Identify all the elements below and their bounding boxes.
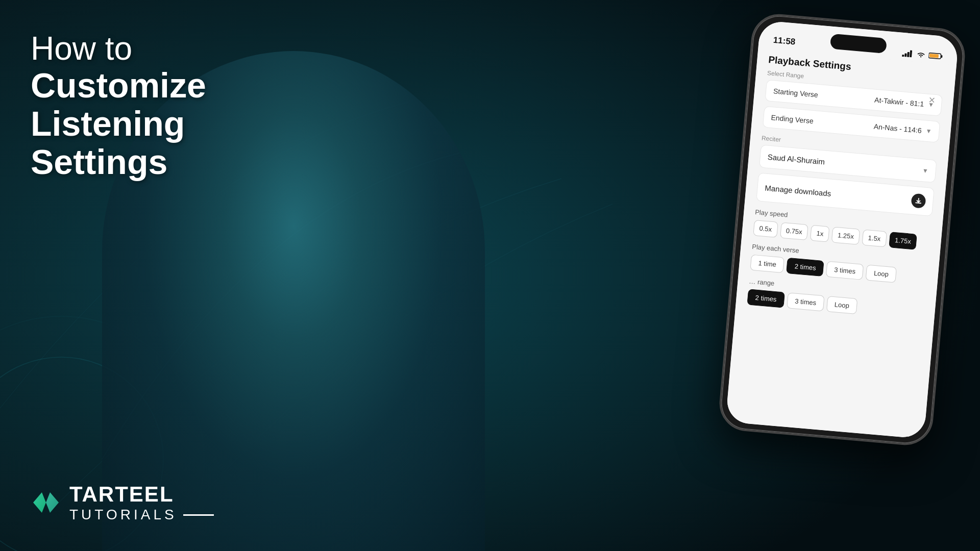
range-btn-0[interactable]: 2 times bbox=[747, 289, 785, 308]
verse-btn-1[interactable]: 2 times bbox=[787, 258, 824, 277]
chevron-down-icon-reciter: ▼ bbox=[922, 167, 928, 174]
ending-verse-label: Ending Verse bbox=[771, 113, 814, 125]
title-line1: How to bbox=[31, 31, 206, 66]
speed-btn-3[interactable]: 1.25x bbox=[831, 227, 860, 245]
cell-signal-icon bbox=[902, 49, 914, 58]
manage-downloads-label: Manage downloads bbox=[765, 183, 831, 197]
svg-rect-6 bbox=[904, 53, 907, 57]
range-partial-label: … bbox=[749, 278, 758, 286]
tutorials-label: TUTORIALS bbox=[69, 507, 177, 523]
download-icon bbox=[911, 193, 926, 209]
svg-rect-11 bbox=[929, 54, 939, 58]
close-button[interactable]: × bbox=[924, 92, 940, 108]
brand-name: TARTEEL bbox=[69, 482, 214, 507]
range-btn-1[interactable]: 3 times bbox=[787, 292, 824, 311]
reciter-name-value: Saud Al-Shuraim bbox=[767, 153, 825, 166]
download-arrow-icon bbox=[915, 197, 922, 205]
speed-btn-2[interactable]: 1x bbox=[810, 225, 829, 242]
svg-marker-3 bbox=[33, 492, 46, 513]
logo-text: TARTEEL TUTORIALS bbox=[69, 482, 214, 523]
phone-mockup: 11:58 bbox=[717, 12, 967, 447]
logo-area: TARTEEL TUTORIALS bbox=[31, 482, 214, 523]
speed-btn-4[interactable]: 1.5x bbox=[862, 230, 887, 247]
range-section: … range 2 times 3 times Loop bbox=[747, 278, 925, 320]
starting-verse-value: At-Takwir - 81:1 bbox=[874, 96, 924, 108]
starting-verse-label: Starting Verse bbox=[773, 87, 818, 99]
title-line2: Customize bbox=[31, 66, 206, 105]
phone-screen: 11:58 bbox=[725, 20, 959, 439]
svg-marker-4 bbox=[46, 492, 59, 513]
chevron-down-icon-end: ▼ bbox=[925, 128, 932, 135]
title-line4: Settings bbox=[31, 143, 206, 181]
logo-dash-line bbox=[183, 514, 214, 516]
speed-btn-0[interactable]: 0.5x bbox=[753, 220, 778, 238]
app-content-area: × Playback Settings Select Range Startin… bbox=[725, 48, 957, 439]
close-icon[interactable]: × bbox=[928, 93, 936, 107]
tarteel-logo-icon bbox=[31, 487, 61, 518]
speed-btn-5[interactable]: 1.75x bbox=[889, 232, 917, 250]
wifi-icon bbox=[916, 51, 926, 59]
verse-btn-2[interactable]: 3 times bbox=[826, 261, 864, 280]
ending-verse-right: An-Nas - 114:6 ▼ bbox=[873, 122, 932, 136]
speed-btn-1[interactable]: 0.75x bbox=[780, 222, 808, 241]
svg-rect-5 bbox=[902, 55, 904, 57]
status-time: 11:58 bbox=[773, 35, 796, 47]
ending-verse-value: An-Nas - 114:6 bbox=[873, 122, 922, 135]
title-area: How to Customize Listening Settings bbox=[31, 31, 206, 181]
title-line3: Listening bbox=[31, 105, 206, 143]
battery-icon bbox=[928, 52, 943, 60]
range-btn-2[interactable]: Loop bbox=[826, 296, 857, 314]
verse-btn-0[interactable]: 1 time bbox=[750, 255, 785, 273]
phone-frame: 11:58 bbox=[717, 12, 967, 447]
status-icons bbox=[902, 49, 943, 60]
tutorials-row: TUTORIALS bbox=[69, 507, 214, 523]
svg-rect-7 bbox=[907, 52, 910, 57]
verse-btn-3[interactable]: Loop bbox=[866, 264, 897, 283]
svg-rect-10 bbox=[941, 55, 943, 58]
svg-rect-8 bbox=[910, 50, 912, 57]
